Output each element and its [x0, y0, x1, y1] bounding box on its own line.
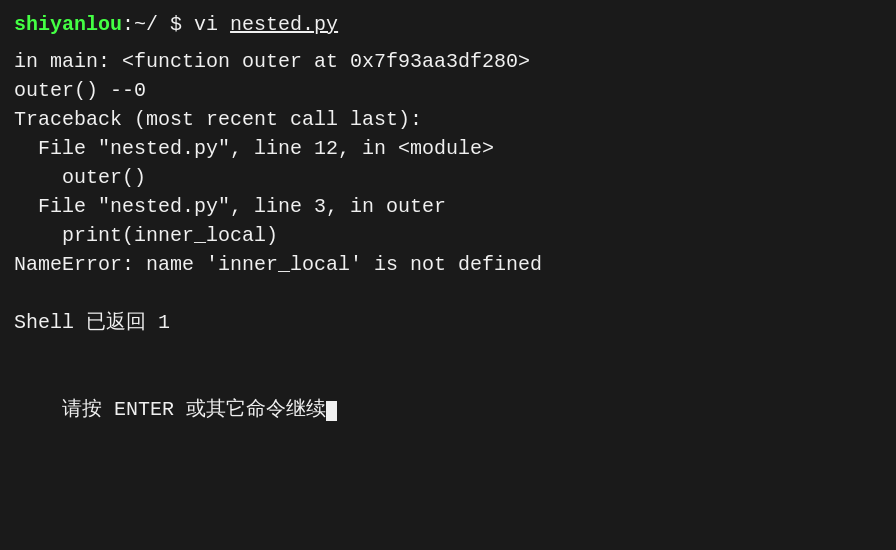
enter-prompt-line: 请按 ENTER 或其它命令继续: [14, 366, 882, 453]
command-file: nested.py: [230, 13, 338, 36]
output-line-7: print(inner_local): [14, 221, 882, 250]
blank-line-2: [14, 337, 882, 366]
terminal-window: shiyanlou:~/ $ vi nested.py in main: <fu…: [14, 10, 882, 453]
prompt-path: :~/ $: [122, 13, 194, 36]
blank-line-1: [14, 279, 882, 308]
prompt-user: shiyanlou: [14, 13, 122, 36]
output-block: in main: <function outer at 0x7f93aa3df2…: [14, 47, 882, 279]
command-vi: vi: [194, 13, 230, 36]
output-line-8: NameError: name 'inner_local' is not def…: [14, 250, 882, 279]
output-line-3: Traceback (most recent call last):: [14, 105, 882, 134]
output-line-1: in main: <function outer at 0x7f93aa3df2…: [14, 47, 882, 76]
output-line-6: File "nested.py", line 3, in outer: [14, 192, 882, 221]
prompt-line: shiyanlou:~/ $ vi nested.py: [14, 10, 882, 39]
terminal-cursor: [326, 401, 337, 421]
shell-return: Shell 已返回 1: [14, 308, 882, 337]
output-line-4: File "nested.py", line 12, in <module>: [14, 134, 882, 163]
output-line-5: outer(): [14, 163, 882, 192]
output-line-2: outer() --0: [14, 76, 882, 105]
enter-prompt-text: 请按 ENTER 或其它命令继续: [62, 398, 326, 421]
